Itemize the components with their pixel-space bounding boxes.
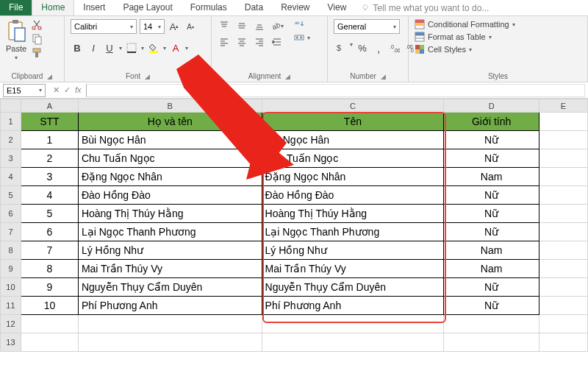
align-top-icon[interactable] <box>218 19 231 32</box>
cell[interactable]: Nữ <box>444 297 539 315</box>
copy-icon[interactable] <box>31 33 43 45</box>
cell[interactable] <box>539 315 588 333</box>
row-header-7[interactable]: 7 <box>1 223 21 241</box>
cell[interactable]: Nam <box>444 241 539 260</box>
tab-review[interactable]: Review <box>272 0 318 15</box>
col-header-C[interactable]: C <box>262 99 444 113</box>
row-header-13[interactable]: 13 <box>1 333 21 352</box>
cell[interactable]: Bùi Ngọc Hân <box>262 131 444 149</box>
header-ho-va-ten[interactable]: Họ và tên <box>78 113 262 131</box>
name-box[interactable]: E15▾ <box>3 84 46 97</box>
cell[interactable] <box>444 315 539 333</box>
font-launcher[interactable]: ◢ <box>145 73 150 80</box>
wrap-text-button[interactable]: ab <box>294 19 310 29</box>
cell[interactable] <box>539 297 588 315</box>
row-header-5[interactable]: 5 <box>1 186 21 205</box>
col-header-A[interactable]: A <box>21 99 78 113</box>
cell[interactable]: Lý Hồng Như <box>78 241 262 260</box>
align-left-icon[interactable] <box>218 35 231 49</box>
align-bottom-icon[interactable] <box>253 19 266 32</box>
fill-color-button[interactable] <box>147 41 160 54</box>
cell[interactable]: Bùi Ngọc Hân <box>78 131 262 149</box>
cell[interactable]: Lại Ngọc Thanh Phương <box>78 223 262 241</box>
increase-font-icon[interactable]: A▴ <box>168 20 181 33</box>
border-button[interactable] <box>125 41 138 54</box>
row-header-1[interactable]: 1 <box>1 113 21 131</box>
merge-center-button[interactable]: ▾ <box>294 32 310 43</box>
fx-icon[interactable]: fx <box>75 85 82 95</box>
cell[interactable]: Chu Tuấn Ngọc <box>262 149 444 168</box>
cell[interactable]: 4 <box>21 186 78 205</box>
alignment-launcher[interactable]: ◢ <box>285 73 290 80</box>
header-ten[interactable]: Tên <box>262 113 444 131</box>
row-header-2[interactable]: 2 <box>1 131 21 149</box>
tab-page-layout[interactable]: Page Layout <box>114 0 181 15</box>
row-header-8[interactable]: 8 <box>1 241 21 260</box>
tab-insert[interactable]: Insert <box>74 0 114 15</box>
cell[interactable] <box>262 315 444 333</box>
comma-format-icon[interactable]: , <box>372 41 385 54</box>
cell[interactable]: Đào Hồng Đào <box>262 186 444 205</box>
align-center-icon[interactable] <box>235 35 248 49</box>
tab-formulas[interactable]: Formulas <box>182 0 236 15</box>
cell[interactable]: Hoàng Thị Thúy Hằng <box>262 205 444 223</box>
cell[interactable]: Đặng Ngọc Nhân <box>78 168 262 186</box>
row-header-4[interactable]: 4 <box>1 168 21 186</box>
align-right-icon[interactable] <box>253 35 266 49</box>
cell[interactable]: 6 <box>21 223 78 241</box>
cell[interactable]: 9 <box>21 278 78 297</box>
cell[interactable] <box>21 315 78 333</box>
cell[interactable] <box>539 223 588 241</box>
cell[interactable]: 3 <box>21 168 78 186</box>
col-header-E[interactable]: E <box>539 99 588 113</box>
decrease-font-icon[interactable]: A▾ <box>184 20 197 33</box>
row-header-6[interactable]: 6 <box>1 205 21 223</box>
bold-button[interactable]: B <box>71 41 84 54</box>
cell[interactable]: Nữ <box>444 223 539 241</box>
cell[interactable]: Nam <box>444 260 539 278</box>
cell[interactable]: 5 <box>21 205 78 223</box>
tab-data[interactable]: Data <box>236 0 272 15</box>
font-name-select[interactable]: Calibri▾ <box>71 19 137 34</box>
format-as-table-button[interactable]: Format as Table▾ <box>415 32 515 42</box>
cell[interactable] <box>539 241 588 260</box>
cell[interactable] <box>539 333 588 352</box>
cell[interactable]: Mai Trần Thúy Vy <box>262 260 444 278</box>
row-header-11[interactable]: 11 <box>1 297 21 315</box>
accounting-format-icon[interactable]: $ <box>334 41 347 54</box>
clipboard-launcher[interactable]: ◢ <box>47 73 52 80</box>
cell[interactable]: Lại Ngọc Thanh Phương <box>262 223 444 241</box>
cell[interactable] <box>78 333 262 352</box>
cell[interactable]: Nữ <box>444 149 539 168</box>
formula-bar[interactable] <box>86 84 585 97</box>
italic-button[interactable]: I <box>87 41 100 54</box>
header-stt[interactable]: STT <box>21 113 78 131</box>
percent-format-icon[interactable]: % <box>356 41 369 54</box>
cell[interactable]: Đặng Ngọc Nhân <box>262 168 444 186</box>
col-header-D[interactable]: D <box>444 99 539 113</box>
cell[interactable] <box>539 278 588 297</box>
cell[interactable] <box>444 333 539 352</box>
cell[interactable]: 7 <box>21 241 78 260</box>
cell[interactable]: Chu Tuấn Ngọc <box>78 149 262 168</box>
header-gioi-tinh[interactable]: Giới tính <box>444 113 539 131</box>
row-header-3[interactable]: 3 <box>1 149 21 168</box>
format-painter-icon[interactable] <box>31 47 43 59</box>
orientation-icon[interactable]: ab▾ <box>270 19 284 32</box>
cell[interactable]: Mai Trần Thúy Vy <box>78 260 262 278</box>
col-header-B[interactable]: B <box>78 99 262 113</box>
cell[interactable]: Nữ <box>444 131 539 149</box>
cell[interactable] <box>539 205 588 223</box>
align-middle-icon[interactable] <box>235 19 248 32</box>
cell[interactable]: 2 <box>21 149 78 168</box>
tell-me-search[interactable]: Tell me what you want to do... <box>355 0 495 15</box>
cell[interactable]: Nữ <box>444 205 539 223</box>
cell[interactable]: Nữ <box>444 186 539 205</box>
underline-button[interactable]: U <box>103 41 116 54</box>
cell[interactable] <box>539 131 588 149</box>
enter-formula-icon[interactable]: ✓ <box>64 85 71 95</box>
cell[interactable]: Nam <box>444 168 539 186</box>
cell[interactable]: Lý Hồng Như <box>262 241 444 260</box>
number-launcher[interactable]: ◢ <box>381 73 386 80</box>
cell[interactable]: Nguyễn Thụy Cẩm Duyên <box>262 278 444 297</box>
